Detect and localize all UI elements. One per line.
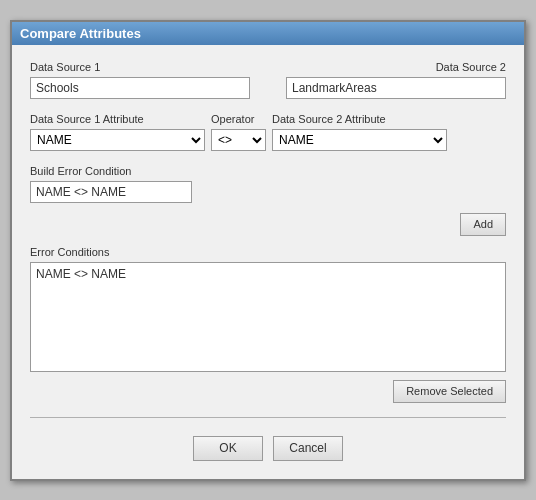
ds2-attribute-group: Data Source 2 Attribute NAME ID TYPE ARE…	[272, 113, 447, 151]
build-error-input[interactable]	[30, 181, 192, 203]
data-source-2-input[interactable]	[286, 77, 506, 99]
ok-button[interactable]: OK	[193, 436, 263, 461]
data-source-1-input[interactable]	[30, 77, 250, 99]
error-conditions-list[interactable]: NAME <> NAME	[30, 262, 506, 372]
attributes-row: Data Source 1 Attribute NAME ID TYPE ARE…	[30, 113, 506, 151]
remove-row: Remove Selected	[30, 380, 506, 403]
add-button[interactable]: Add	[460, 213, 506, 236]
data-source-2-label: Data Source 2	[436, 61, 506, 73]
dialog-title: Compare Attributes	[20, 26, 141, 41]
ds1-attribute-label: Data Source 1 Attribute	[30, 113, 205, 125]
bottom-buttons: OK Cancel	[30, 430, 506, 465]
compare-attributes-dialog: Compare Attributes Data Source 1 Data So…	[10, 20, 526, 481]
operator-group: Operator = <> < > <= >=	[211, 113, 266, 151]
build-error-label: Build Error Condition	[30, 165, 506, 177]
error-condition-item: NAME <> NAME	[36, 267, 500, 281]
ds1-attribute-group: Data Source 1 Attribute NAME ID TYPE ARE…	[30, 113, 205, 151]
ds1-attribute-select[interactable]: NAME ID TYPE AREA	[30, 129, 205, 151]
remove-selected-button[interactable]: Remove Selected	[393, 380, 506, 403]
data-source-inputs-row	[30, 77, 506, 99]
operator-select[interactable]: = <> < > <= >=	[211, 129, 266, 151]
error-conditions-label: Error Conditions	[30, 246, 506, 258]
operator-label: Operator	[211, 113, 266, 125]
cancel-button[interactable]: Cancel	[273, 436, 343, 461]
data-source-1-label: Data Source 1	[30, 61, 100, 73]
dialog-content: Data Source 1 Data Source 2 Data Source …	[12, 45, 524, 479]
data-source-labels-row: Data Source 1 Data Source 2	[30, 61, 506, 73]
ds2-attribute-label: Data Source 2 Attribute	[272, 113, 447, 125]
add-button-row: Add	[30, 213, 506, 236]
ds2-attribute-select[interactable]: NAME ID TYPE AREA	[272, 129, 447, 151]
dialog-title-bar: Compare Attributes	[12, 22, 524, 45]
build-error-section: Build Error Condition	[30, 165, 506, 203]
divider	[30, 417, 506, 418]
